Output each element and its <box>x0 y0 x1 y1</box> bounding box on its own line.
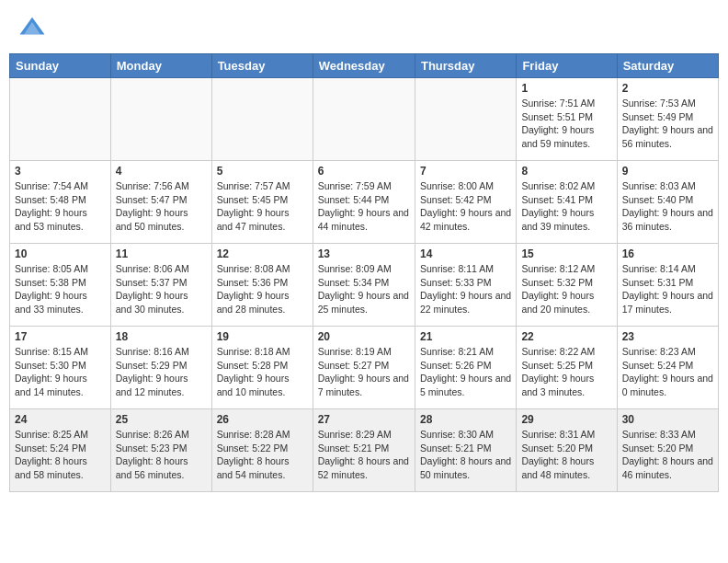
calendar-cell: 27Sunrise: 8:29 AMSunset: 5:21 PMDayligh… <box>313 409 415 492</box>
day-number: 4 <box>116 165 207 178</box>
day-info-line: Daylight: 8 hours and 56 minutes. <box>116 455 188 480</box>
calendar-cell: 6Sunrise: 7:59 AMSunset: 5:44 PMDaylight… <box>313 161 415 244</box>
day-number: 11 <box>116 247 207 260</box>
day-number: 6 <box>318 165 410 178</box>
day-number: 25 <box>116 413 207 426</box>
calendar-week-row-4: 17Sunrise: 8:15 AMSunset: 5:30 PMDayligh… <box>10 327 719 409</box>
day-info-line: Daylight: 9 hours and 47 minutes. <box>217 207 290 232</box>
day-number: 12 <box>217 247 308 260</box>
logo <box>18 14 50 41</box>
calendar-cell: 12Sunrise: 8:08 AMSunset: 5:36 PMDayligh… <box>211 244 313 327</box>
day-info: Sunrise: 8:11 AMSunset: 5:33 PMDaylight:… <box>420 262 511 316</box>
day-info-line: Daylight: 9 hours and 20 minutes. <box>521 290 594 315</box>
day-info-line: Daylight: 8 hours and 58 minutes. <box>15 455 87 480</box>
day-info-line: Daylight: 8 hours and 50 minutes. <box>420 455 511 480</box>
day-number: 29 <box>521 413 611 426</box>
weekday-header-saturday: Saturday <box>617 54 718 78</box>
day-info-line: Sunset: 5:21 PM <box>318 442 390 454</box>
day-info-line: Daylight: 9 hours and 12 minutes. <box>116 373 188 397</box>
day-number: 24 <box>15 413 106 426</box>
day-info-line: Sunrise: 8:31 AM <box>521 429 595 440</box>
calendar-cell: 8Sunrise: 8:02 AMSunset: 5:41 PMDaylight… <box>517 161 617 244</box>
day-info-line: Sunset: 5:21 PM <box>420 442 492 454</box>
day-number: 22 <box>521 330 611 343</box>
day-info-line: Sunrise: 8:23 AM <box>622 346 696 357</box>
calendar-cell: 3Sunrise: 7:54 AMSunset: 5:48 PMDaylight… <box>10 161 111 244</box>
weekday-header-wednesday: Wednesday <box>313 54 415 78</box>
day-info-line: Sunrise: 8:25 AM <box>15 429 88 440</box>
day-info-line: Sunset: 5:44 PM <box>318 194 390 205</box>
day-info: Sunrise: 7:57 AMSunset: 5:45 PMDaylight:… <box>217 179 308 234</box>
calendar-cell: 16Sunrise: 8:14 AMSunset: 5:31 PMDayligh… <box>617 244 718 327</box>
day-info: Sunrise: 8:23 AMSunset: 5:24 PMDaylight:… <box>622 345 713 399</box>
calendar-cell: 2Sunrise: 7:53 AMSunset: 5:49 PMDaylight… <box>617 78 718 161</box>
day-info: Sunrise: 8:09 AMSunset: 5:34 PMDaylight:… <box>318 262 410 316</box>
day-info-line: Daylight: 9 hours and 30 minutes. <box>116 290 188 315</box>
day-number: 20 <box>318 330 410 343</box>
calendar-week-row-3: 10Sunrise: 8:05 AMSunset: 5:38 PMDayligh… <box>10 244 719 327</box>
weekday-header-monday: Monday <box>110 54 211 78</box>
day-info: Sunrise: 8:15 AMSunset: 5:30 PMDaylight:… <box>15 345 106 399</box>
day-info-line: Sunset: 5:23 PM <box>116 442 188 454</box>
calendar-cell: 14Sunrise: 8:11 AMSunset: 5:33 PMDayligh… <box>415 244 516 327</box>
calendar-cell: 18Sunrise: 8:16 AMSunset: 5:29 PMDayligh… <box>110 327 211 409</box>
calendar-cell: 7Sunrise: 8:00 AMSunset: 5:42 PMDaylight… <box>415 161 516 244</box>
calendar-cell: 29Sunrise: 8:31 AMSunset: 5:20 PMDayligh… <box>517 409 617 492</box>
weekday-header-sunday: Sunday <box>10 54 111 78</box>
day-number: 21 <box>420 330 511 343</box>
day-info-line: Daylight: 9 hours and 59 minutes. <box>521 124 594 149</box>
day-info-line: Sunset: 5:48 PM <box>15 194 86 205</box>
calendar-cell: 23Sunrise: 8:23 AMSunset: 5:24 PMDayligh… <box>617 327 718 409</box>
day-info-line: Daylight: 8 hours and 54 minutes. <box>217 455 290 480</box>
day-info-line: Sunrise: 8:18 AM <box>217 346 290 357</box>
day-number: 13 <box>318 247 410 260</box>
calendar-cell <box>211 78 313 161</box>
day-info-line: Sunset: 5:41 PM <box>521 194 593 205</box>
day-info-line: Daylight: 9 hours and 22 minutes. <box>420 290 511 315</box>
day-info-line: Sunrise: 8:33 AM <box>622 429 696 440</box>
day-info: Sunrise: 8:12 AMSunset: 5:32 PMDaylight:… <box>521 262 611 316</box>
day-info-line: Sunset: 5:37 PM <box>116 277 188 288</box>
calendar-cell: 21Sunrise: 8:21 AMSunset: 5:26 PMDayligh… <box>415 327 516 409</box>
day-number: 3 <box>15 165 106 178</box>
page-header <box>9 9 719 46</box>
day-info: Sunrise: 7:59 AMSunset: 5:44 PMDaylight:… <box>318 179 410 234</box>
day-info-line: Sunrise: 8:30 AM <box>420 429 494 440</box>
day-info: Sunrise: 8:02 AMSunset: 5:41 PMDaylight:… <box>521 179 611 234</box>
day-info-line: Sunrise: 7:51 AM <box>521 98 595 109</box>
day-number: 28 <box>420 413 511 426</box>
day-info-line: Daylight: 8 hours and 48 minutes. <box>521 455 594 480</box>
day-number: 19 <box>217 330 308 343</box>
day-info-line: Sunrise: 8:22 AM <box>521 346 595 357</box>
day-info: Sunrise: 8:25 AMSunset: 5:24 PMDaylight:… <box>15 428 106 482</box>
calendar-cell: 15Sunrise: 8:12 AMSunset: 5:32 PMDayligh… <box>517 244 617 327</box>
day-info: Sunrise: 7:54 AMSunset: 5:48 PMDaylight:… <box>15 179 106 234</box>
day-info-line: Sunset: 5:34 PM <box>318 277 390 288</box>
day-info-line: Daylight: 9 hours and 7 minutes. <box>318 373 409 397</box>
calendar-cell: 24Sunrise: 8:25 AMSunset: 5:24 PMDayligh… <box>10 409 111 492</box>
day-info-line: Sunrise: 8:16 AM <box>116 346 189 357</box>
weekday-header-thursday: Thursday <box>415 54 516 78</box>
day-info-line: Daylight: 9 hours and 53 minutes. <box>15 207 87 232</box>
calendar-cell <box>10 78 111 161</box>
day-number: 27 <box>318 413 410 426</box>
day-info-line: Daylight: 9 hours and 5 minutes. <box>420 373 511 397</box>
day-info-line: Daylight: 9 hours and 10 minutes. <box>217 373 290 397</box>
day-info-line: Sunset: 5:28 PM <box>217 360 289 371</box>
day-info-line: Sunrise: 8:15 AM <box>15 346 88 357</box>
day-info-line: Sunset: 5:25 PM <box>521 360 593 371</box>
day-info-line: Sunrise: 8:21 AM <box>420 346 494 357</box>
day-number: 14 <box>420 247 511 260</box>
day-info-line: Sunrise: 8:12 AM <box>521 263 595 274</box>
day-info-line: Sunrise: 8:28 AM <box>217 429 290 440</box>
day-info-line: Sunrise: 8:14 AM <box>622 263 696 274</box>
day-info: Sunrise: 8:31 AMSunset: 5:20 PMDaylight:… <box>521 428 611 482</box>
day-info-line: Sunset: 5:22 PM <box>217 442 289 454</box>
calendar-cell: 30Sunrise: 8:33 AMSunset: 5:20 PMDayligh… <box>617 409 718 492</box>
day-info: Sunrise: 8:29 AMSunset: 5:21 PMDaylight:… <box>318 428 410 482</box>
calendar-cell: 4Sunrise: 7:56 AMSunset: 5:47 PMDaylight… <box>110 161 211 244</box>
day-info-line: Daylight: 9 hours and 42 minutes. <box>420 207 511 232</box>
day-info: Sunrise: 7:53 AMSunset: 5:49 PMDaylight:… <box>622 97 713 151</box>
day-info-line: Sunset: 5:20 PM <box>622 442 694 454</box>
day-number: 18 <box>116 330 207 343</box>
